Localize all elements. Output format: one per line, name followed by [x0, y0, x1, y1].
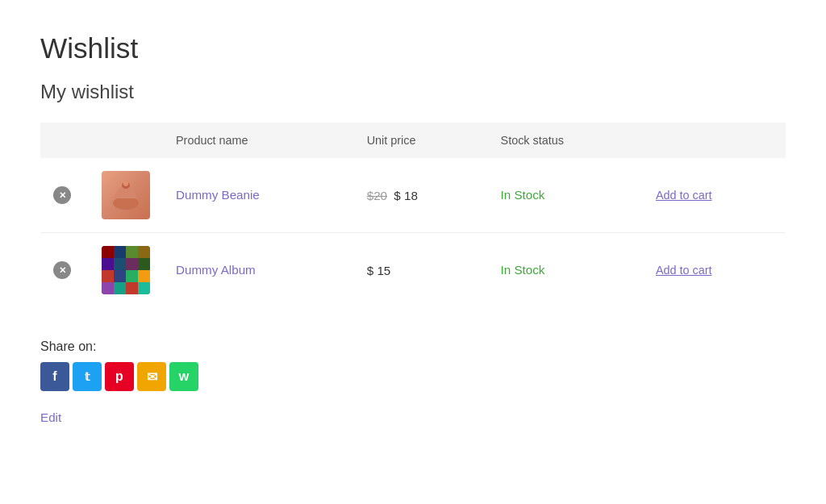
remove-button[interactable] [53, 261, 71, 279]
col-product-name: Product name [163, 123, 354, 158]
product-name-cell: Dummy Beanie [163, 158, 354, 233]
stock-cell: In Stock [488, 158, 643, 233]
col-actions [643, 123, 786, 158]
action-cell: Add to cart [643, 158, 786, 233]
beanie-svg [110, 179, 142, 211]
remove-button[interactable] [53, 186, 71, 204]
product-image-cell [89, 158, 163, 233]
product-image [102, 246, 150, 294]
price-sale: $ 18 [394, 189, 418, 202]
whatsapp-share-button[interactable]: W [169, 362, 198, 391]
share-label: Share on: [40, 339, 786, 354]
edit-link[interactable]: Edit [40, 410, 61, 424]
add-to-cart-button[interactable]: Add to cart [656, 264, 712, 277]
add-to-cart-button[interactable]: Add to cart [656, 189, 712, 202]
facebook-share-button[interactable]: f [40, 362, 69, 391]
wishlist-table: Product name Unit price Stock status [40, 123, 786, 307]
section-subtitle: My wishlist [40, 81, 786, 103]
table-row: Dummy Beanie $20 $ 18 In Stock Add to ca… [40, 158, 786, 233]
remove-cell [40, 158, 89, 233]
col-unit-price: Unit price [354, 123, 488, 158]
product-link[interactable]: Dummy Beanie [176, 188, 260, 202]
price-original: $20 [367, 189, 387, 202]
col-image [89, 123, 163, 158]
email-share-button[interactable]: ✉ [137, 362, 166, 391]
remove-cell [40, 233, 89, 308]
stock-status: In Stock [501, 263, 545, 277]
stock-status: In Stock [501, 188, 545, 202]
price-sale: $ 15 [367, 264, 391, 277]
price-cell: $ 15 [354, 233, 488, 308]
product-link[interactable]: Dummy Album [176, 263, 256, 277]
share-section: Share on: f 𝕥 p ✉ W [40, 339, 786, 391]
remove-icon [53, 261, 71, 279]
pinterest-share-button[interactable]: p [105, 362, 134, 391]
svg-point-2 [123, 181, 128, 186]
product-image-cell [89, 233, 163, 308]
svg-point-0 [113, 197, 139, 210]
col-remove [40, 123, 89, 158]
share-icons: f 𝕥 p ✉ W [40, 362, 786, 391]
page-title: Wishlist [40, 32, 786, 65]
product-name-cell: Dummy Album [163, 233, 354, 308]
action-cell: Add to cart [643, 233, 786, 308]
stock-cell: In Stock [488, 233, 643, 308]
col-stock-status: Stock status [488, 123, 643, 158]
product-image [102, 171, 150, 219]
remove-icon [53, 186, 71, 204]
table-row: Dummy Album $ 15 In Stock Add to cart [40, 233, 786, 308]
twitter-share-button[interactable]: 𝕥 [73, 362, 102, 391]
price-cell: $20 $ 18 [354, 158, 488, 233]
